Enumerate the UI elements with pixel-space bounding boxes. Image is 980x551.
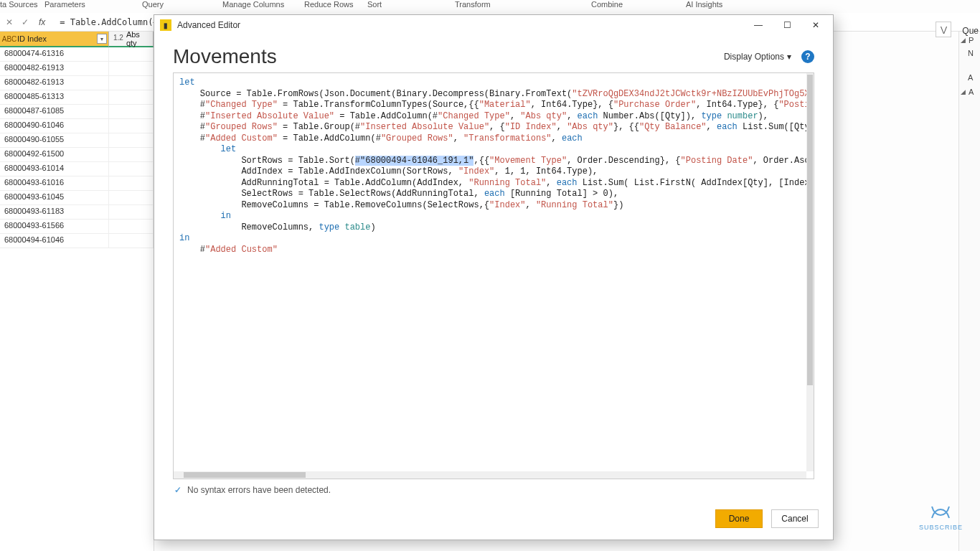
- chevron-down-icon: ▾: [787, 52, 791, 62]
- close-button[interactable]: ✕: [801, 17, 830, 34]
- minimize-button[interactable]: —: [744, 17, 773, 34]
- advanced-editor-dialog: Advanced Editor — ☐ ✕ Movements Display …: [154, 14, 834, 540]
- vertical-scrollbar[interactable]: [806, 73, 814, 471]
- done-button[interactable]: Done: [715, 509, 763, 528]
- cancel-button[interactable]: Cancel: [771, 509, 819, 528]
- check-icon: ✓: [174, 485, 182, 495]
- syntax-status: ✓ No syntax errors have been detected.: [173, 479, 814, 499]
- query-name[interactable]: Movements: [173, 45, 277, 68]
- app-icon: [160, 19, 171, 31]
- display-options-dropdown[interactable]: Display Options▾: [724, 52, 791, 62]
- dialog-title: Advanced Editor: [177, 20, 744, 30]
- horizontal-scrollbar[interactable]: [174, 471, 806, 479]
- help-icon[interactable]: ?: [801, 50, 814, 63]
- dialog-titlebar: Advanced Editor — ☐ ✕: [154, 15, 833, 35]
- maximize-button[interactable]: ☐: [773, 17, 801, 34]
- code-editor[interactable]: let Source = Table.FromRows(Json.Documen…: [173, 72, 814, 479]
